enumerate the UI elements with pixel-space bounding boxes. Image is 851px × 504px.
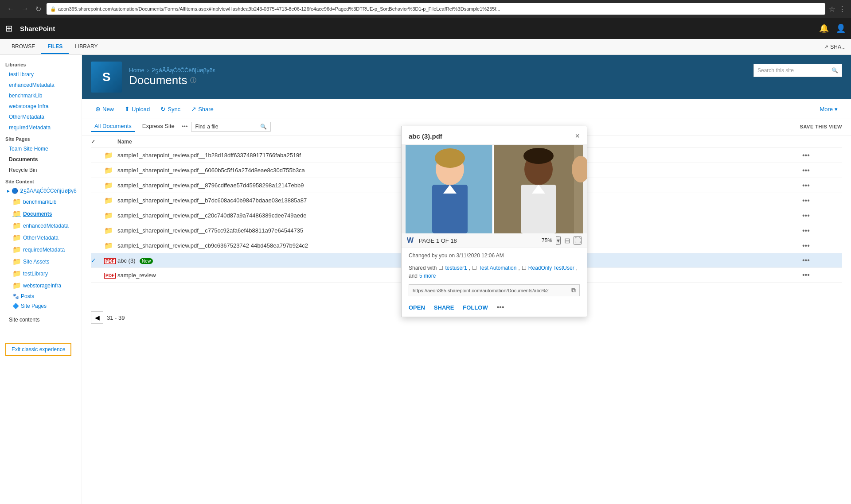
exit-classic-button[interactable]: Exit classic experience: [5, 343, 71, 356]
prev-page-button[interactable]: ◀: [91, 311, 103, 324]
sidebar-site-contents[interactable]: Site contents: [0, 314, 82, 325]
sync-label: Sync: [168, 106, 180, 112]
preview-header: abc (3).pdf ×: [402, 126, 587, 145]
doc-toolbar: ⊕ New ⬆ Upload ↻ Sync ↗ Share More ▾: [82, 99, 851, 119]
sync-icon: ↻: [160, 105, 166, 112]
tree-item-requiredmetadata[interactable]: 📁 requiredMetadata: [0, 244, 82, 256]
folder-icon-cell: 📁: [104, 181, 117, 190]
copy-url-button[interactable]: ⧉: [571, 287, 576, 294]
breadcrumb-home[interactable]: Home: [129, 67, 144, 74]
ribbon-tab-library[interactable]: LIBRARY: [69, 40, 104, 54]
row-menu[interactable]: •••: [802, 182, 816, 190]
zoom-dropdown-button[interactable]: ▾: [556, 236, 561, 245]
share-label: SHA...: [830, 44, 846, 50]
bookmark-icon[interactable]: ☆: [829, 5, 835, 13]
pdf-icon-cell: PDF: [104, 257, 117, 264]
ribbon-tab-files[interactable]: FILES: [41, 40, 69, 54]
site-icon: 🔵: [12, 188, 18, 194]
tree-item-label: enhancedMetadata: [23, 223, 69, 229]
sidebar-item-documents[interactable]: Documents: [0, 154, 82, 165]
tree-item-site-pages[interactable]: 🔷 Site Pages: [0, 301, 82, 311]
preview-follow-button[interactable]: FOLLOW: [463, 304, 488, 311]
sidebar-item-recycle-bin[interactable]: Recycle Bin: [0, 165, 82, 175]
row-menu[interactable]: •••: [802, 271, 816, 279]
tree-item-label: testLibrary: [23, 271, 48, 277]
sidebar: Libraries testLibrary enhancedMetadata b…: [0, 55, 82, 504]
page-title: Documents ⓘ: [129, 74, 842, 87]
user-icon[interactable]: 👤: [836, 23, 846, 33]
zoom-mode-icon[interactable]: ⊟: [564, 236, 570, 245]
tree-item-enhancedmetadata[interactable]: 📁 enhancedMetadata: [0, 220, 82, 232]
sidebar-item-requiredmetadata[interactable]: requiredMetadata: [0, 122, 82, 133]
search-this-site-input[interactable]: Search this site 🔍: [753, 64, 842, 77]
col-check: ✓: [91, 139, 104, 145]
site-title-area: Home › ƻƽǎÃĀąĆčĈĊèñĵǖøβγδε Documents ⓘ: [129, 67, 842, 87]
tree-item-testlibrary[interactable]: 📁 testLibrary: [0, 268, 82, 279]
row-check-selected[interactable]: ✓: [91, 257, 104, 264]
preview-open-button[interactable]: OPEN: [409, 304, 425, 311]
row-menu[interactable]: •••: [802, 151, 816, 159]
find-file-placeholder: Find a file: [195, 124, 218, 130]
folder-icon-cell: 📁: [104, 226, 117, 235]
preview-changed-text: Changed by you on 3/11/2020 12:06 AM: [409, 252, 504, 259]
preview-close-button[interactable]: ×: [575, 132, 580, 141]
notifications-icon[interactable]: 🔔: [819, 23, 829, 33]
share-button[interactable]: ↗ SHA...: [824, 44, 846, 50]
forward-button[interactable]: →: [20, 3, 30, 15]
back-button[interactable]: ←: [5, 3, 16, 15]
tree-item-label: Site Pages: [21, 303, 47, 309]
waffle-icon[interactable]: ⊞: [5, 23, 13, 34]
tab-express-site[interactable]: Express Site: [139, 121, 178, 132]
shared-user-2[interactable]: Test Automation: [479, 265, 516, 271]
view-more-tabs[interactable]: •••: [182, 123, 188, 130]
tree-item-othermetadata[interactable]: 📁 OtherMetadata: [0, 232, 82, 244]
folder-icon: 📁: [12, 233, 21, 242]
tree-item-root[interactable]: ▸ 🔵 ƻƽǎÃĀąĆčĈĊèñĵǖøβγδ: [0, 186, 82, 196]
info-icon[interactable]: ⓘ: [190, 77, 196, 85]
row-menu[interactable]: •••: [802, 167, 816, 174]
fullscreen-button[interactable]: ⛶: [574, 236, 582, 245]
share-button[interactable]: ↗ Share: [187, 103, 218, 115]
upload-button[interactable]: ⬆ Upload: [120, 103, 154, 115]
row-menu-selected[interactable]: •••: [802, 256, 816, 264]
preview-thumbnail: [402, 145, 587, 233]
shared-more-link[interactable]: 5 more: [419, 273, 436, 279]
save-view-button[interactable]: SAVE THIS VIEW: [800, 124, 842, 129]
sidebar-item-othermetadata[interactable]: OtherMetadata: [0, 112, 82, 122]
shared-user-3[interactable]: ReadOnly TestUser: [528, 265, 574, 271]
row-menu[interactable]: •••: [802, 197, 816, 205]
find-file-input[interactable]: Find a file 🔍: [191, 122, 271, 132]
address-bar[interactable]: 🔒 aeon365.sharepoint.com/automation/Docu…: [47, 3, 825, 15]
shared-user-1[interactable]: testuser1: [445, 265, 467, 271]
more-button[interactable]: More ▾: [815, 103, 842, 115]
shared-with-label: Shared with: [409, 265, 437, 271]
pdf-icon-cell: PDF: [104, 272, 117, 279]
site-header: S Home › ƻƽǎÃĀąĆčĈĊèñĵǖøβγδε Documents ⓘ…: [82, 55, 851, 99]
tree-item-posts[interactable]: 🐾 Posts: [0, 291, 82, 301]
preview-more-actions[interactable]: •••: [497, 303, 504, 311]
tree-item-site-assets[interactable]: 📁 Site Assets: [0, 256, 82, 268]
ribbon-tab-browse[interactable]: BROWSE: [5, 40, 41, 54]
tree-item-documents[interactable]: 📁 Documents: [0, 208, 82, 220]
sidebar-item-testlibrary[interactable]: testLibrary: [0, 69, 82, 80]
sidebar-item-benchmarklib[interactable]: benchmarkLib: [0, 90, 82, 101]
tree-item-benchmarklib[interactable]: 📁 benchmarkLib: [0, 196, 82, 208]
sidebar-item-team-site-home[interactable]: Team Site Home: [0, 143, 82, 154]
sync-button[interactable]: ↻ Sync: [156, 103, 185, 115]
search-icon: 🔍: [260, 124, 267, 130]
folder-icon-cell: 📁: [104, 151, 117, 159]
preview-share-button[interactable]: SHARE: [434, 304, 454, 311]
new-button[interactable]: ⊕ New: [91, 103, 118, 115]
row-menu[interactable]: •••: [802, 242, 816, 250]
tab-all-documents[interactable]: All Documents: [91, 121, 135, 132]
sidebar-item-enhancedmetadata[interactable]: enhancedMetadata: [0, 80, 82, 90]
refresh-button[interactable]: ↻: [34, 3, 43, 15]
sidebar-item-webstorageinfra[interactable]: webstorage Infra: [0, 101, 82, 112]
row-menu[interactable]: •••: [802, 227, 816, 235]
tree-item-webstorageinfra[interactable]: 📁 webstorageInfra: [0, 279, 82, 291]
preview-shared: Shared with ☐ testuser1, ☐ Test Automati…: [402, 263, 587, 283]
menu-icon[interactable]: ⋮: [839, 5, 846, 13]
page-title-text: Documents: [129, 74, 187, 87]
svg-rect-11: [492, 145, 494, 233]
row-menu[interactable]: •••: [802, 212, 816, 220]
